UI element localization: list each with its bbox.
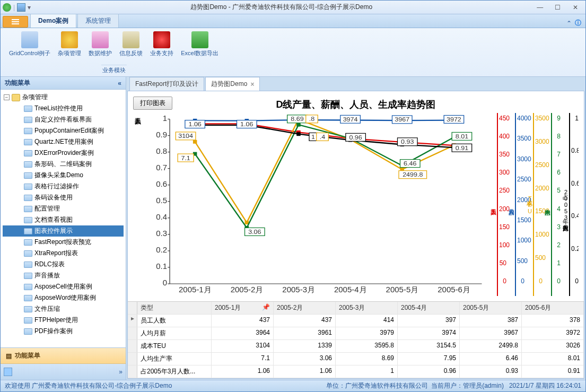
grid-cell[interactable]: 2499.8 — [460, 340, 522, 352]
grid-cell[interactable]: 0.96 — [398, 365, 460, 378]
tree-root[interactable]: − 杂项管理 — [3, 92, 124, 103]
grid-cell[interactable]: 1 — [336, 365, 398, 378]
filter-icon[interactable]: 📌 — [262, 303, 270, 311]
table-row[interactable]: 人均生产率7.13.068.697.956.468.01 — [128, 353, 584, 365]
tree-item-2[interactable]: PopupContainerEdit案例 — [3, 125, 124, 136]
grid-cell[interactable]: 8.69 — [336, 353, 398, 365]
grid-cell[interactable]: 3.06 — [274, 353, 336, 365]
expand-icon[interactable]: − — [4, 94, 10, 100]
tree-item-12[interactable]: FastReport报表预览 — [3, 237, 124, 248]
table-row[interactable]: 人均月薪396439613979397439673972 — [128, 327, 584, 340]
ribbon-item-4[interactable]: 业务支持 — [147, 30, 177, 64]
grid-cell[interactable]: 7.1 — [212, 353, 274, 365]
table-row[interactable]: 占2005年3月人数...1.061.0610.960.930.91 — [128, 365, 584, 378]
grid-cell-type[interactable]: 占2005年3月人数... — [137, 365, 212, 378]
grid-cell[interactable]: 378 — [522, 315, 584, 327]
grid-header-type[interactable]: 类型 — [137, 302, 212, 314]
grid-cell[interactable]: 437 — [212, 315, 274, 327]
tree-item-19[interactable]: FTPHelper使用 — [3, 315, 124, 326]
ribbon-item-1[interactable]: 杂项管理 — [55, 30, 84, 64]
grid-header-col1[interactable]: 2005-1月📌 — [212, 302, 274, 314]
tree-item-9[interactable]: 配置管理 — [3, 203, 124, 214]
ribbon-item-5[interactable]: Excel数据导出 — [178, 30, 222, 64]
tree-item-15[interactable]: 声音播放 — [3, 270, 124, 281]
data-grid[interactable]: 类型 2005-1月📌 2005-2月 2005-3月 2005-4月 2005… — [128, 301, 584, 378]
grid-cell[interactable]: 3595.8 — [336, 340, 398, 352]
table-row[interactable]: ▸员工人数437437414397387378 — [128, 315, 584, 327]
tree-item-13[interactable]: XtraReport报表 — [3, 248, 124, 259]
tree-item-14[interactable]: RDLC报表 — [3, 259, 124, 270]
tree-item-1[interactable]: 自定义控件看板界面 — [3, 114, 124, 125]
help-icon[interactable]: ⓘ — [575, 19, 581, 28]
main-menu-button[interactable] — [3, 16, 28, 28]
ribbon-item-2[interactable]: 数据维护 — [85, 30, 115, 64]
tab-demo[interactable]: Demo案例 — [30, 14, 76, 28]
grid-cell-type[interactable]: 人均月薪 — [137, 327, 212, 339]
report-icon — [24, 217, 32, 223]
grid-cell[interactable]: 3961 — [274, 327, 336, 339]
tab-system[interactable]: 系统管理 — [77, 14, 119, 28]
grid-cell[interactable]: 7.95 — [398, 353, 460, 365]
close-icon[interactable]: × — [250, 81, 254, 88]
doc-tab-label: FastReport打印及设计 — [135, 80, 198, 89]
overflow-arrow-icon[interactable]: » — [119, 368, 123, 376]
grid-cell[interactable]: 3154.5 — [398, 340, 460, 352]
grid-cell[interactable]: 414 — [336, 315, 398, 327]
tree-item-0[interactable]: TreeList控件使用 — [3, 103, 124, 114]
tree-view[interactable]: − 杂项管理 TreeList控件使用自定义控件看板界面PopupContain… — [1, 90, 126, 347]
grid-cell[interactable]: 3979 — [336, 327, 398, 339]
sidebar-collapse-icon[interactable]: « — [118, 80, 121, 87]
grid-header-col5[interactable]: 2005-5月 — [460, 302, 522, 314]
tree-item-17[interactable]: AsposeWord使用案例 — [3, 292, 124, 303]
tree-item-6[interactable]: 摄像头采集Demo — [3, 170, 124, 181]
grid-cell[interactable]: 3972 — [522, 327, 584, 339]
tree-item-10[interactable]: 文档查看视图 — [3, 214, 124, 225]
grid-cell[interactable]: 3974 — [398, 327, 460, 339]
grid-cell[interactable]: 6.46 — [460, 353, 522, 365]
grid-cell[interactable]: 3964 — [212, 327, 274, 339]
doc-tab-trend[interactable]: 趋势图Demo × — [205, 77, 260, 91]
grid-cell[interactable]: 3104 — [212, 340, 274, 352]
grid-cell[interactable]: 1339 — [274, 340, 336, 352]
grid-cell[interactable]: 3026 — [522, 340, 584, 352]
svg-text:0.1: 0.1 — [156, 263, 167, 271]
tree-item-4[interactable]: DXErrorProvider案例 — [3, 147, 124, 159]
grid-cell[interactable]: 397 — [398, 315, 460, 327]
grid-cell[interactable]: 387 — [460, 315, 522, 327]
grid-cell-type[interactable]: 成本TEU — [137, 340, 212, 352]
grid-cell[interactable]: 0.93 — [460, 365, 522, 378]
sidebar-section-button[interactable]: ▤ 功能菜单 — [1, 348, 126, 364]
grid-header-col3[interactable]: 2005-3月 — [336, 302, 398, 314]
ribbon-collapse-icon[interactable]: ⌃ — [566, 20, 572, 27]
grid-cell-type[interactable]: 员工人数 — [137, 315, 212, 327]
tree-item-8[interactable]: 条码设备使用 — [3, 192, 124, 203]
maximize-button[interactable]: ☐ — [550, 3, 566, 12]
tree-item-16[interactable]: AsposeCell使用案例 — [3, 281, 124, 292]
tree-item-7[interactable]: 表格行过滤操作 — [3, 181, 124, 192]
nav-icon[interactable] — [4, 368, 12, 376]
tree-item-5[interactable]: 条形码、二维码案例 — [3, 159, 124, 170]
grid-header-col4[interactable]: 2005-4月 — [398, 302, 460, 314]
layout-icon[interactable] — [17, 3, 25, 12]
grid-cell[interactable]: 3967 — [460, 327, 522, 339]
grid-header-col6[interactable]: 2005-6月 — [522, 302, 584, 314]
tree-item-18[interactable]: 文件压缩 — [3, 303, 124, 315]
table-row[interactable]: 成本TEU310413393595.83154.52499.83026 — [128, 340, 584, 353]
tree-item-20[interactable]: PDF操作案例 — [3, 326, 124, 337]
grid-cell-type[interactable]: 人均生产率 — [137, 353, 212, 365]
tree-item-3[interactable]: Quartz.NET使用案例 — [3, 136, 124, 147]
grid-cell[interactable]: 437 — [274, 315, 336, 327]
doc-tab-fastreport[interactable]: FastReport打印及设计 — [129, 77, 204, 91]
tree-item-11[interactable]: 图表控件展示 — [3, 225, 124, 237]
minimize-button[interactable]: — — [532, 3, 548, 12]
grid-cell[interactable]: 0.91 — [522, 365, 584, 378]
ribbon-item-0[interactable]: GridControl例子 — [6, 30, 54, 64]
ribbon-item-3[interactable]: 信息反馈 — [116, 30, 146, 64]
report-icon — [24, 117, 32, 123]
grid-cell[interactable]: 1.06 — [274, 365, 336, 378]
grid-cell[interactable]: 8.01 — [522, 353, 584, 365]
grid-header-col2[interactable]: 2005-2月 — [274, 302, 336, 314]
grid-cell[interactable]: 1.06 — [212, 365, 274, 378]
close-button[interactable]: ✕ — [567, 3, 583, 12]
svg-text:0.5: 0.5 — [156, 197, 167, 205]
